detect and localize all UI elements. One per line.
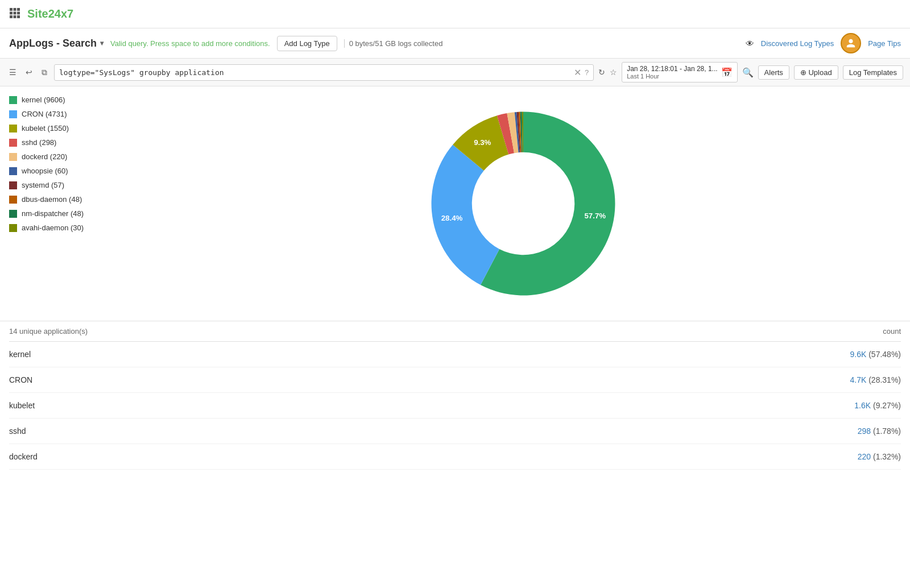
- legend-item: dbus-daemon (48): [9, 195, 134, 204]
- legend-color-swatch: [9, 224, 17, 232]
- query-bar: ☰ ↩ ⧉ logtype="SysLogs" groupby applicat…: [0, 59, 910, 86]
- log-templates-button[interactable]: Log Templates: [843, 65, 903, 80]
- count-value: 4.7K (28.31%): [850, 375, 901, 384]
- svg-rect-2: [17, 8, 20, 11]
- legend-color-swatch: [9, 125, 17, 132]
- legend-color-swatch: [9, 110, 17, 118]
- results-section: 14 unique application(s) count kernel 9.…: [0, 321, 910, 470]
- alerts-button[interactable]: Alerts: [758, 65, 789, 80]
- count-pct: (1.32%): [873, 452, 901, 461]
- search-icon[interactable]: 🔍: [742, 67, 754, 78]
- count-pct: (9.27%): [873, 401, 901, 410]
- legend-color-swatch: [9, 153, 17, 161]
- copy-icon[interactable]: ⧉: [39, 67, 49, 78]
- chart-panel: 57.7%28.4%9.3%: [146, 96, 901, 312]
- add-log-type-button[interactable]: Add Log Type: [277, 36, 337, 51]
- grid-icon[interactable]: [9, 7, 20, 20]
- datetime-picker[interactable]: Jan 28, 12:18:01 - Jan 28, 1... Last 1 H…: [622, 62, 737, 82]
- table-row: CRON 4.7K (28.31%): [9, 367, 901, 393]
- legend-label: kubelet (1550): [22, 124, 69, 132]
- help-icon[interactable]: ?: [585, 68, 589, 77]
- legend-label: dbus-daemon (48): [22, 195, 82, 204]
- legend-label: systemd (57): [22, 181, 64, 189]
- query-input-wrap: logtype="SysLogs" groupby application ✕ …: [54, 64, 594, 81]
- app-name: sshd: [9, 426, 26, 436]
- legend-label: kernel (9606): [22, 96, 65, 104]
- discovered-log-types-link[interactable]: Discovered Log Types: [761, 39, 834, 48]
- count-pct: (28.31%): [868, 375, 901, 384]
- star-icon[interactable]: ☆: [610, 68, 617, 77]
- svg-rect-1: [14, 8, 16, 11]
- legend-item: nm-dispatcher (48): [9, 209, 134, 218]
- table-row: dockerd 220 (1.32%): [9, 444, 901, 470]
- svg-rect-0: [10, 8, 13, 11]
- legend-color-swatch: [9, 210, 17, 218]
- query-text: logtype="SysLogs" groupby application: [59, 68, 570, 77]
- svg-rect-8: [17, 15, 20, 18]
- svg-rect-5: [17, 12, 20, 15]
- page-tips-link[interactable]: Page Tips: [868, 39, 901, 48]
- table-row: kernel 9.6K (57.48%): [9, 342, 901, 367]
- logs-info: 0 bytes/51 GB logs collected: [344, 39, 443, 48]
- refresh-icon[interactable]: ↻: [598, 68, 605, 77]
- results-rows: kernel 9.6K (57.48%) CRON 4.7K (28.31%) …: [9, 342, 901, 470]
- legend-item: sshd (298): [9, 138, 134, 147]
- count-pct: (1.78%): [873, 426, 901, 436]
- count-value: 220 (1.32%): [858, 452, 901, 461]
- valid-query-msg: Valid query. Press space to add more con…: [110, 39, 270, 48]
- count-link[interactable]: 9.6K: [850, 350, 866, 359]
- user-avatar-button[interactable]: [841, 33, 861, 53]
- app-name: dockerd: [9, 452, 38, 461]
- upload-button[interactable]: ⊕ Upload: [794, 65, 838, 80]
- legend-color-swatch: [9, 196, 17, 204]
- count-value: 9.6K (57.48%): [850, 350, 901, 359]
- count-pct: (57.48%): [868, 350, 901, 359]
- legend-label: whoopsie (60): [22, 167, 68, 175]
- svg-rect-6: [10, 15, 13, 18]
- count-value: 1.6K (9.27%): [854, 401, 901, 410]
- main-content: kernel (9606) CRON (4731) kubelet (1550)…: [0, 86, 910, 321]
- legend-item: avahi-daemon (30): [9, 223, 134, 232]
- legend-panel: kernel (9606) CRON (4731) kubelet (1550)…: [9, 96, 134, 312]
- donut-svg: 57.7%28.4%9.3%: [415, 96, 631, 312]
- app-name: CRON: [9, 375, 32, 384]
- legend-color-swatch: [9, 96, 17, 104]
- donut-label: 9.3%: [474, 138, 491, 147]
- svg-rect-3: [10, 12, 13, 15]
- results-summary: 14 unique application(s): [9, 327, 88, 336]
- datetime-sub: Last 1 Hour: [627, 73, 717, 80]
- back-icon[interactable]: ↩: [23, 67, 35, 78]
- svg-rect-4: [14, 12, 16, 15]
- list-icon[interactable]: ☰: [7, 67, 19, 78]
- legend-label: dockerd (220): [22, 152, 67, 161]
- upload-icon: ⊕: [800, 68, 806, 77]
- page-title: AppLogs - Search ▾: [9, 38, 104, 49]
- legend-label: nm-dispatcher (48): [22, 209, 84, 218]
- legend-label: CRON (4731): [22, 110, 67, 118]
- clear-query-icon[interactable]: ✕: [574, 67, 581, 78]
- svg-rect-7: [14, 15, 16, 18]
- calendar-icon[interactable]: 📅: [721, 67, 733, 78]
- count-link[interactable]: 4.7K: [850, 375, 866, 384]
- legend-label: avahi-daemon (30): [22, 223, 84, 232]
- legend-color-swatch: [9, 167, 17, 175]
- logo: Site24x7: [27, 7, 73, 20]
- count-link[interactable]: 298: [858, 426, 871, 436]
- app-name: kernel: [9, 350, 31, 359]
- title-dropdown-arrow[interactable]: ▾: [100, 39, 104, 47]
- donut-chart: 57.7%28.4%9.3%: [415, 96, 631, 312]
- legend-item: systemd (57): [9, 181, 134, 189]
- app-name: kubelet: [9, 401, 35, 410]
- top-nav: Site24x7: [0, 0, 910, 28]
- count-link[interactable]: 1.6K: [854, 401, 871, 410]
- legend-item: kubelet (1550): [9, 124, 134, 132]
- legend-item: kernel (9606): [9, 96, 134, 104]
- donut-label: 57.7%: [584, 212, 606, 220]
- header-bar: AppLogs - Search ▾ Valid query. Press sp…: [0, 28, 910, 59]
- count-link[interactable]: 220: [858, 452, 871, 461]
- legend-color-swatch: [9, 181, 17, 189]
- legend-item: dockerd (220): [9, 152, 134, 161]
- legend-item: CRON (4731): [9, 110, 134, 118]
- table-row: sshd 298 (1.78%): [9, 419, 901, 444]
- datetime-main: Jan 28, 12:18:01 - Jan 28, 1...: [627, 65, 717, 73]
